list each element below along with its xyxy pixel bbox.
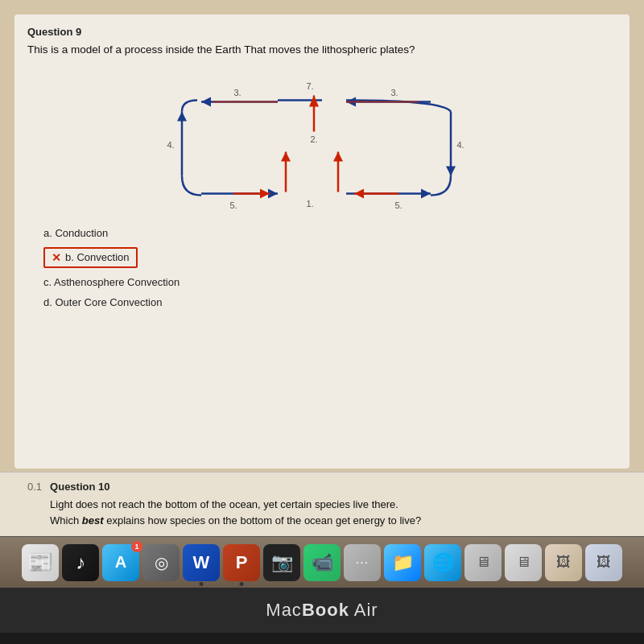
answer-choices: a. Conduction ✕ b. Convection c. Astheno…	[43, 227, 617, 308]
svg-text:5.: 5.	[394, 200, 402, 209]
convection-diagram: 7. 3. 3. 4. 4. 5. 5. 1. 2. 6.	[27, 69, 617, 214]
svg-marker-7	[421, 188, 431, 198]
svg-text:7.: 7.	[306, 80, 313, 90]
svg-text:5.: 5.	[229, 200, 237, 209]
dock-misc4[interactable]: 🖼	[585, 544, 622, 581]
answer-a[interactable]: a. Conduction	[43, 227, 617, 239]
powerpoint-dot	[240, 582, 244, 586]
svg-text:2.: 2.	[310, 134, 317, 143]
dock-appstore[interactable]: A 1	[102, 544, 139, 581]
dock-dots[interactable]: ···	[344, 544, 381, 581]
svg-text:6.: 6.	[310, 212, 317, 214]
q10-side-number: 0.1	[27, 481, 42, 493]
svg-text:4.: 4.	[167, 139, 174, 149]
svg-marker-19	[333, 151, 343, 161]
powerpoint-icon: P	[236, 552, 248, 573]
svg-marker-11	[177, 111, 187, 121]
music-icon: ♪	[76, 551, 85, 574]
question10-number: Question 10	[50, 481, 421, 493]
question9-number: Question 9	[27, 26, 617, 38]
answer-b-label: b. Convection	[65, 251, 130, 263]
svg-text:3.: 3.	[233, 87, 241, 97]
x-mark-icon: ✕	[52, 251, 61, 264]
question9-area: Question 9 This is a model of a process …	[14, 14, 630, 469]
globe-icon: 🌐	[432, 552, 454, 573]
misc1-icon: 🖥	[476, 554, 490, 571]
macbook-label: MacBook Air	[266, 600, 378, 621]
siri-icon: ◎	[155, 553, 168, 572]
dock-misc1[interactable]: 🖥	[464, 544, 502, 581]
svg-text:1.: 1.	[306, 198, 313, 208]
misc4-icon: 🖼	[597, 554, 611, 571]
question10-text: Light does not reach the bottom of the o…	[50, 497, 421, 528]
svg-text:4.: 4.	[456, 139, 464, 149]
dock-music[interactable]: ♪	[62, 544, 99, 581]
svg-marker-1	[201, 97, 211, 106]
word-icon: W	[193, 552, 210, 573]
screen-content: Question 9 This is a model of a process …	[0, 0, 644, 536]
svg-marker-23	[354, 188, 364, 198]
dock-word[interactable]: W	[183, 544, 220, 581]
dock-globe[interactable]: 🌐	[424, 544, 461, 581]
word-dot	[200, 582, 204, 586]
notch-area	[0, 633, 644, 644]
dots-icon: ···	[356, 555, 369, 570]
dock-news[interactable]: 📰	[22, 544, 59, 581]
misc3-icon: 🖼	[556, 554, 571, 571]
macbook-label-area: MacBook Air	[0, 588, 644, 633]
dock-siri[interactable]: ◎	[142, 544, 180, 581]
news-icon: 📰	[27, 550, 53, 575]
dock-powerpoint[interactable]: P	[223, 544, 260, 581]
badge: 1	[131, 541, 142, 552]
answer-c[interactable]: c. Asthenosphere Convection	[43, 276, 617, 288]
svg-marker-5	[446, 166, 456, 175]
dock-facetime[interactable]: 📹	[303, 544, 341, 581]
dock: 📰 ♪ A 1 ◎ W P 📷 📹 ··· 📁 🌐 🖥 🖥 🖼 🖼	[0, 536, 644, 588]
files-icon: 📁	[392, 552, 414, 573]
appstore-icon: A	[115, 553, 126, 572]
answer-b[interactable]: ✕ b. Convection	[43, 247, 138, 268]
svg-text:3.: 3.	[390, 87, 398, 97]
facetime-icon: 📹	[312, 552, 333, 573]
dock-misc2[interactable]: 🖥	[505, 544, 542, 581]
camera-icon: 📷	[271, 552, 293, 573]
question10-area: 0.1 Question 10 Light does not reach the…	[0, 472, 644, 536]
dock-camera[interactable]: 📷	[263, 544, 300, 581]
misc2-icon: 🖥	[516, 554, 530, 571]
dock-misc3[interactable]: 🖼	[545, 544, 582, 581]
answer-d[interactable]: d. Outer Core Convection	[43, 296, 617, 308]
question9-text: This is a model of a process inside the …	[27, 43, 617, 58]
dock-files[interactable]: 📁	[384, 544, 421, 581]
svg-marker-17	[281, 151, 291, 161]
